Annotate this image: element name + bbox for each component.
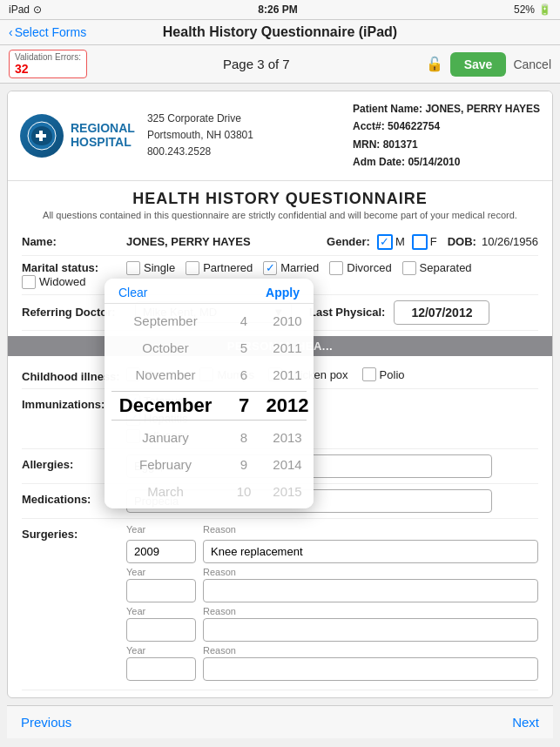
chevron-left-icon: ‹ [9,25,13,39]
month-dec: December [105,388,226,424]
date-picker-clear-button[interactable]: Clear [118,286,147,299]
validation-label: Validation Errors: [15,52,81,62]
gender-m-checkbox[interactable]: ✓ [377,234,393,250]
surgery-year-2-wrapper: Year [126,567,196,602]
surgery-year-input-3[interactable] [126,618,196,642]
dob-value: 10/26/1956 [482,235,538,248]
save-button[interactable]: Save [450,52,507,77]
day-5: 5 [226,334,261,361]
form-title: HEALTH HISTORY QUESTIONNAIRE [8,181,552,210]
hospital-name: REGIONAL HOSPITAL [71,122,135,149]
surgery-year-3-wrapper: Year [126,606,196,642]
marital-divorced: Divorced [329,261,391,275]
toolbar-right: 🔓 Save Cancel [426,52,551,77]
day-column[interactable]: 4 5 6 7 8 9 10 [226,307,261,505]
month-column[interactable]: September October November December Janu… [105,307,226,505]
status-bar-left: iPad ⊙ [9,3,42,16]
divorced-label: Divorced [347,261,391,274]
day-7: 7 [226,388,261,424]
patient-info: Patient Name: JONES, PERRY HAYES Acct#: … [353,100,540,172]
surgery-reason-2-wrapper: Reason [203,567,538,602]
last-physical-input[interactable]: 12/07/2012 [394,300,489,325]
form-subtitle: All questions contained in this question… [8,210,552,229]
cancel-button[interactable]: Cancel [513,57,551,71]
surgery-reason-header: Reason [203,524,538,536]
date-picker-apply-button[interactable]: Apply [266,286,300,299]
surgery-reason-4-wrapper: Reason [203,645,538,681]
marital-label: Marital status: [22,261,126,274]
widowed-label: Widowed [39,275,85,288]
year-2014: 2014 [261,451,314,478]
gender-f-label: F [430,235,437,248]
signal-icon: ⊙ [33,3,42,16]
surgeries-label: Surgeries: [22,524,126,541]
year-column[interactable]: 2010 2011 2011 2012 2013 2014 2015 [261,307,314,505]
month-sep: September [105,307,226,334]
surgery-year-input-1[interactable] [126,540,196,563]
surgery-header-row: Year Reason [126,524,538,536]
back-button[interactable]: ‹ Select Forms [9,25,86,39]
battery-icon: 🔋 [538,3,551,16]
separated-label: Separated [420,261,472,274]
day-9: 9 [226,451,261,478]
bottom-nav: Previous Next [7,705,553,738]
dob-label: DOB: [448,235,476,248]
page-title: Health History Questionnaire (iPad) [163,24,397,40]
month-mar: March [105,478,226,505]
surgery-row-2: Year Reason [126,567,538,602]
gender-f-checkbox[interactable] [412,234,428,250]
surgery-year-input-2[interactable] [126,579,196,602]
divorced-checkbox[interactable] [329,261,343,275]
previous-button[interactable]: Previous [21,715,71,730]
marital-separated: Separated [402,261,472,275]
last-physical-label: Last Physical: [309,306,385,319]
partnered-checkbox[interactable] [186,261,199,275]
married-label: Married [280,261,319,274]
day-10: 10 [226,478,261,505]
page-indicator: Page 3 of 7 [94,57,419,71]
surgery-year-1 [126,540,196,563]
validation-errors-box: Validation Errors: 32 [9,50,87,78]
hospital-logo-circle [20,114,64,158]
married-checkbox[interactable]: ✓ [263,261,277,275]
partnered-label: Partnered [203,261,253,274]
surgery-row-3: Year Reason [126,606,538,642]
hospital-logo: REGIONAL HOSPITAL [20,114,135,158]
surgery-reason-input-4[interactable] [203,657,538,681]
day-6: 6 [226,361,261,388]
surgery-year-header: Year [126,524,196,536]
name-gender-dob-row: Name: JONES, PERRY HAYES Gender: ✓ M F D… [22,229,538,256]
status-bar: iPad ⊙ 8:26 PM 52% 🔋 [0,0,560,20]
date-picker-columns: September October November December Janu… [105,304,314,508]
surgery-year-4-wrapper: Year [126,645,196,681]
hospital-logo-svg [27,121,57,151]
day-4: 4 [226,307,261,334]
date-picker-popup[interactable]: Clear Apply September October November D… [105,279,314,508]
separated-checkbox[interactable] [402,261,416,275]
marital-single: Single [126,261,175,275]
top-nav: ‹ Select Forms Health History Questionna… [0,20,560,45]
validation-count: 32 [15,62,81,76]
surgery-reason-input-3[interactable] [203,618,538,642]
name-label: Name: [22,235,126,248]
polio-item: Polio [362,367,405,381]
polio-checkbox[interactable] [362,367,376,381]
year-2012: 2012 [261,388,314,424]
single-label: Single [144,261,175,274]
surgery-reason-input-2[interactable] [203,579,538,602]
year-2015: 2015 [261,478,314,505]
polio-label: Polio [380,368,405,381]
name-value: JONES, PERRY HAYES [126,235,327,248]
status-time: 8:26 PM [258,3,297,16]
back-label: Select Forms [15,25,86,39]
gender-m-label: M [395,235,405,248]
surgery-year-input-4[interactable] [126,657,196,681]
next-button[interactable]: Next [512,715,539,730]
day-8: 8 [226,424,261,451]
battery-label: 52% [514,3,535,16]
surgery-reason-input-1[interactable] [203,540,538,563]
date-picker-header: Clear Apply [105,279,314,304]
single-checkbox[interactable] [126,261,140,275]
year-2011: 2011 [261,334,314,361]
widowed-checkbox[interactable] [22,275,36,289]
